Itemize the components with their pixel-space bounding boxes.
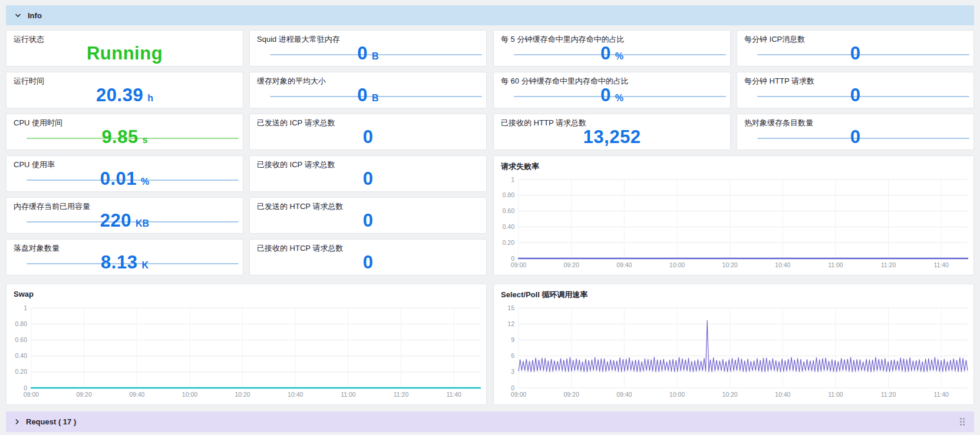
stat-value: Running — [87, 43, 163, 64]
x-axis-tick: 11:40 — [933, 391, 949, 398]
stat-value-row: 0 — [737, 127, 974, 149]
stat-value-row: 8.13K — [6, 252, 243, 274]
y-axis-tick: 0.80 — [15, 320, 28, 327]
stat-unit: % — [141, 177, 149, 187]
stat-panel-icp-msg-per-min: 每分钟 ICP消息数0 — [737, 30, 974, 67]
stat-unit: h — [147, 93, 153, 104]
y-axis-tick: 1 — [24, 304, 27, 311]
stat-panel-mem-cache-used: 内存缓存当前已用容量220KB — [6, 197, 243, 234]
stat-value: 0 — [850, 85, 861, 106]
stat-unit: KB — [136, 218, 149, 229]
stat-panel-icp-sent-total: 已发送的 ICP 请求总数0 — [249, 114, 487, 150]
y-axis-tick: 1 — [511, 176, 514, 183]
stat-panel-avg-object-size: 缓存对象的平均大小0B — [249, 72, 487, 108]
stat-value-row: 9.85s — [6, 127, 243, 149]
stat-value: 0 — [363, 127, 374, 148]
stat-value: 9.85 — [101, 127, 138, 148]
stat-unit: % — [615, 51, 623, 62]
y-axis-tick: 12 — [507, 320, 514, 327]
x-axis-tick: 11:00 — [828, 391, 843, 398]
stat-panel-uptime: 运行时间20.39h — [6, 72, 243, 108]
stat-value-row: 0 — [250, 210, 486, 233]
x-axis-tick: 11:20 — [394, 391, 409, 398]
stat-unit: B — [372, 93, 379, 104]
stat-panel-cpu-usage: CPU 使用率0.01% — [6, 155, 243, 192]
dashboard: Info 运行状态RunningSquid 进程最大常驻内存0B每 5 分钟缓存… — [0, 0, 980, 435]
y-axis-tick: 0.40 — [15, 352, 28, 359]
y-axis-tick: 0 — [24, 384, 27, 391]
stat-panel-hit-ratio-5m: 每 5 分钟缓存命中里内存命中的占比0% — [493, 30, 731, 67]
stat-value: 0 — [850, 127, 861, 148]
stat-value: 0.01 — [100, 168, 137, 190]
swap-chart: 10.800.600.400.20009:0009:2009:4010:0010… — [6, 284, 487, 406]
x-axis-tick: 09:00 — [511, 261, 526, 268]
y-axis-tick: 6 — [511, 352, 514, 359]
stat-value: 0 — [363, 252, 374, 273]
x-axis-tick: 11:20 — [881, 391, 896, 398]
x-axis-tick: 09:00 — [24, 391, 39, 398]
x-axis-tick: 10:40 — [775, 391, 790, 398]
x-axis-tick: 10:00 — [669, 391, 685, 398]
stat-value: 0 — [850, 43, 861, 64]
y-axis-tick: 0.60 — [15, 336, 28, 343]
stat-value-row: 0 — [250, 127, 486, 149]
stat-value: 0 — [600, 43, 611, 64]
stat-value: 0 — [357, 43, 368, 64]
stat-panel-htcp-recv-total: 已接收的 HTCP 请求总数0 — [249, 239, 487, 275]
stat-value: 220 — [100, 210, 131, 231]
stat-value: 0 — [363, 168, 374, 190]
series-line — [519, 320, 968, 372]
x-axis-tick: 10:20 — [722, 391, 737, 398]
y-axis-tick: 3 — [511, 368, 514, 375]
stat-value-row: 0 — [737, 43, 974, 65]
stat-panel-cpu-time: CPU 使用时间9.85s — [6, 114, 243, 150]
stat-panel-http-req-per-min: 每分钟 HTTP 请求数0 — [737, 72, 974, 108]
stat-unit: % — [615, 93, 623, 104]
x-axis-tick: 11:20 — [881, 261, 896, 268]
x-axis-tick: 10:00 — [669, 261, 685, 268]
select-poll-panel: Select/Poll 循环调用速率 1512963009:0009:2009:… — [493, 284, 974, 405]
stat-value-row: 13,252 — [494, 127, 730, 149]
panel-title: 请求失败率 — [501, 161, 539, 172]
row-header-request[interactable]: Request ( 17 ) — [6, 411, 974, 432]
stat-panel-htcp-sent-total: 已发送的 HTCP 请求总数0 — [249, 197, 487, 234]
stat-value-row: Running — [6, 43, 243, 65]
y-axis-tick: 0.20 — [15, 368, 28, 375]
row-title-info: Info — [28, 11, 42, 20]
failure-rate-chart: 10.800.600.400.20009:0009:2009:4010:0010… — [494, 156, 975, 276]
stat-panel-hot-object-entries: 热对象缓存条目数量0 — [737, 114, 974, 150]
stat-unit: K — [141, 260, 149, 271]
stat-value-row: 0% — [494, 85, 730, 107]
y-axis-tick: 0.20 — [503, 239, 515, 246]
stat-value: 0 — [600, 85, 611, 106]
y-axis-tick: 15 — [507, 304, 514, 311]
x-axis-tick: 10:40 — [775, 261, 790, 268]
x-axis-tick: 10:20 — [235, 391, 250, 398]
stat-value: 20.39 — [96, 85, 143, 106]
stat-value-row: 0B — [250, 85, 486, 107]
x-axis-tick: 10:40 — [288, 391, 303, 398]
row-title-request: Request ( 17 ) — [26, 417, 76, 426]
x-axis-tick: 11:00 — [341, 391, 356, 398]
swap-panel: Swap 10.800.600.400.20009:0009:2009:4010… — [6, 284, 487, 405]
panel-title: Swap — [14, 290, 34, 298]
stat-panel-icp-recv-total: 已接收的 ICP 请求总数0 — [249, 155, 487, 192]
failure-rate-panel: 请求失败率 10.800.600.400.20009:0009:2009:401… — [493, 155, 974, 275]
x-axis-tick: 11:00 — [828, 261, 843, 268]
stat-value-row: 0 — [250, 252, 486, 274]
x-axis-tick: 10:20 — [722, 261, 737, 268]
x-axis-tick: 09:20 — [564, 261, 579, 268]
row-header-info[interactable]: Info — [6, 5, 974, 25]
stat-value: 0 — [357, 85, 368, 106]
stat-value: 8.13 — [101, 252, 137, 273]
x-axis-tick: 09:40 — [616, 261, 632, 268]
x-axis-tick: 11:40 — [933, 261, 949, 268]
stat-panel-hit-ratio-60m: 每 60 分钟缓存命中里内存命中的占比0% — [493, 72, 731, 108]
y-axis-tick: 0.60 — [503, 207, 515, 214]
stat-value-row: 0 — [737, 85, 974, 107]
chevron-down-icon — [15, 13, 21, 18]
drag-handle-icon[interactable] — [959, 417, 965, 426]
y-axis-tick: 0.40 — [503, 223, 515, 230]
stat-value-row: 0 — [250, 168, 486, 191]
stat-value-row: 0B — [250, 43, 486, 65]
